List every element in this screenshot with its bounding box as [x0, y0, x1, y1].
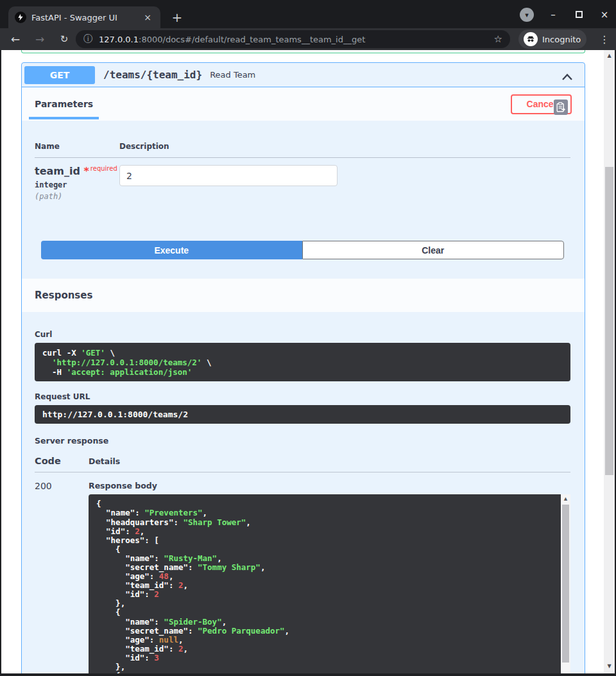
responses-title: Responses [35, 290, 92, 301]
body-scroll-up-icon[interactable]: ▲ [561, 494, 570, 503]
parameter-value-cell [119, 165, 570, 201]
parameters-tab-label: Parameters [35, 99, 93, 109]
execute-row: Execute Clear [41, 241, 564, 259]
parameter-type: integer [35, 180, 119, 189]
maximize-icon [576, 11, 583, 18]
status-code: 200 [35, 481, 89, 676]
tab-parameters[interactable]: Parameters [35, 87, 93, 121]
parameters-header-band: Parameters Cancel [22, 87, 585, 121]
window-frame-bottom [0, 673, 616, 676]
parameter-row: team_id *required integer (path) [35, 165, 570, 201]
execute-button[interactable]: Execute [41, 241, 302, 259]
browser-toolbar: ← → ↻ ⓘ 127.0.0.1:8000/docs#/default/rea… [0, 28, 616, 50]
server-response-label: Server response [35, 436, 570, 446]
parameters-table: Name Description team_id *required integ… [22, 142, 585, 201]
request-url-label: Request URL [35, 392, 570, 401]
parameters-table-head: Name Description [35, 142, 570, 151]
request-url-value: http://127.0.0.1:8000/teams/2 [35, 405, 570, 424]
url-text[interactable]: 127.0.0.1:8000/docs#/default/read_team_t… [99, 35, 489, 44]
page-scroll-thumb[interactable] [605, 167, 613, 475]
address-bar[interactable]: ⓘ 127.0.0.1:8000/docs#/default/read_team… [76, 30, 510, 48]
swagger-page: GET /teams/{team_id} Read Team Parameter… [1, 50, 604, 673]
responses-header-band: Responses [22, 279, 585, 312]
endpoint-summary-row[interactable]: GET /teams/{team_id} Read Team [22, 63, 585, 87]
body-scroll-thumb[interactable] [562, 505, 569, 663]
code-details-divider [35, 472, 570, 472]
incognito-icon [524, 32, 538, 46]
table-head-divider [35, 157, 570, 158]
response-body-scrollbar[interactable]: ▲ [561, 494, 570, 676]
back-button[interactable]: ← [6, 28, 24, 50]
response-body-json: { "name": "Preventers", "headquarters": … [89, 494, 561, 676]
tab-title: FastAPI - Swagger UI [26, 13, 141, 22]
window-controls: ▾ – × [520, 8, 611, 22]
tab-strip: FastAPI - Swagger UI × + ▾ – × [0, 0, 616, 28]
bookmark-star-icon[interactable]: ☆ [494, 33, 502, 45]
response-body-wrap: { "name": "Preventers", "headquarters": … [89, 494, 570, 676]
active-tab-underline [29, 117, 99, 119]
page-scroll-down-icon[interactable]: ▼ [604, 661, 615, 671]
new-tab-button[interactable]: + [168, 8, 186, 26]
fastapi-favicon-icon [15, 12, 26, 23]
details-column-header: Details [89, 456, 120, 466]
required-label: required [90, 165, 117, 172]
curl-label: Curl [35, 330, 570, 339]
code-details-header: Code Details [35, 456, 570, 466]
previous-endpoint-block-edge [21, 50, 585, 53]
team-id-input[interactable] [119, 165, 338, 186]
parameter-name: team_id *required [35, 165, 119, 177]
response-details-cell: Response body { "name": "Preventers", "h… [89, 481, 570, 676]
site-info-icon[interactable]: ⓘ [83, 33, 92, 45]
required-star: * [83, 165, 89, 177]
collapse-chevron-up-icon[interactable] [561, 71, 573, 79]
reload-button[interactable]: ↻ [55, 28, 73, 50]
page-scroll-up-icon[interactable]: ▲ [604, 50, 615, 60]
browser-window: FastAPI - Swagger UI × + ▾ – × ← → ↻ ⓘ 1… [0, 0, 616, 676]
incognito-badge: Incognito [518, 30, 586, 49]
page-scrollbar[interactable]: ▲ ▼ [604, 50, 615, 673]
http-method-badge: GET [24, 66, 95, 84]
get-endpoint-block: GET /teams/{team_id} Read Team Parameter… [21, 62, 585, 676]
responses-area: Curl curl -X 'GET' \ 'http://127.0.0.1:8… [22, 312, 585, 676]
curl-command-block: curl -X 'GET' \ 'http://127.0.0.1:8000/t… [35, 343, 570, 381]
response-body-label: Response body [89, 481, 570, 490]
url-path: :8000/docs#/default/read_team_teams__tea… [139, 35, 365, 44]
response-row: 200 Response body { "name": "Preventers"… [35, 481, 570, 676]
description-column-header: Description [119, 142, 570, 151]
code-column-header: Code [35, 456, 89, 466]
browser-tab[interactable]: FastAPI - Swagger UI × [8, 6, 160, 28]
forward-button[interactable]: → [31, 28, 49, 50]
copy-to-clipboard-button[interactable] [554, 100, 568, 115]
incognito-label: Incognito [542, 35, 581, 44]
endpoint-path: /teams/{team_id} [103, 69, 202, 81]
name-column-header: Name [35, 142, 119, 151]
clear-button[interactable]: Clear [302, 241, 565, 259]
browser-update-icon[interactable]: ▾ [520, 8, 534, 22]
parameter-location: (path) [35, 192, 119, 201]
window-frame-left [0, 50, 1, 676]
browser-menu-button[interactable]: ⋮ [595, 28, 613, 50]
parameter-name-cell: team_id *required integer (path) [35, 165, 119, 201]
url-host: 127.0.0.1 [99, 35, 139, 44]
close-window-button[interactable]: × [598, 9, 611, 21]
endpoint-description: Read Team [210, 70, 255, 80]
maximize-button[interactable] [572, 9, 585, 21]
minimize-button[interactable]: – [547, 9, 560, 21]
tab-close-icon[interactable]: × [141, 12, 154, 22]
